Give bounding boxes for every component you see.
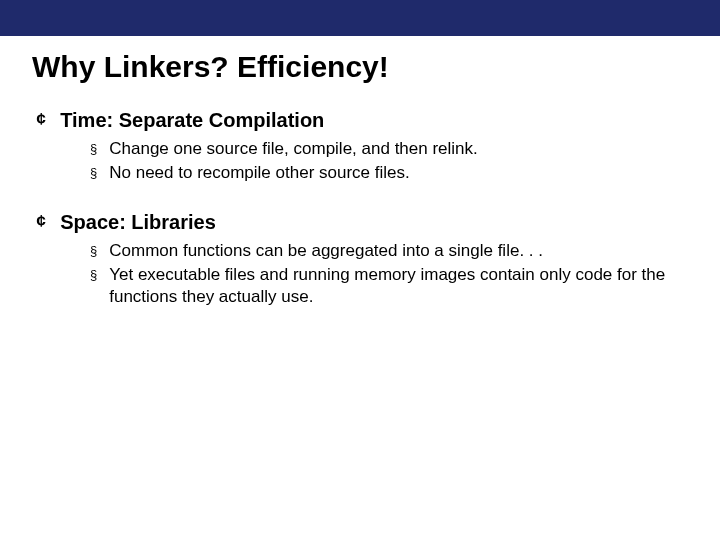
list-item: § No need to recompile other source file… — [90, 162, 688, 184]
square-bullet-icon: § — [90, 162, 97, 184]
item-heading: Space: Libraries — [60, 210, 216, 234]
sub-list: § Change one source file, compile, and t… — [32, 138, 688, 184]
list-item: § Common functions can be aggregated int… — [90, 240, 688, 262]
item-heading: Time: Separate Compilation — [60, 108, 324, 132]
square-bullet-icon: § — [90, 240, 97, 262]
sub-list: § Common functions can be aggregated int… — [32, 240, 688, 308]
list-item: ¢ Space: Libraries — [32, 210, 688, 234]
sub-item-text: Change one source file, compile, and the… — [109, 138, 478, 160]
slide-title: Why Linkers? Efficiency! — [32, 50, 688, 84]
circle-bullet-icon: ¢ — [36, 108, 46, 132]
list-item: § Change one source file, compile, and t… — [90, 138, 688, 160]
square-bullet-icon: § — [90, 138, 97, 160]
header-bar — [0, 0, 720, 36]
list-item: ¢ Time: Separate Compilation — [32, 108, 688, 132]
slide-content: Why Linkers? Efficiency! ¢ Time: Separat… — [0, 36, 720, 308]
square-bullet-icon: § — [90, 264, 97, 286]
sub-item-text: No need to recompile other source files. — [109, 162, 410, 184]
list-item: § Yet executable files and running memor… — [90, 264, 688, 308]
circle-bullet-icon: ¢ — [36, 210, 46, 234]
sub-item-text: Common functions can be aggregated into … — [109, 240, 543, 262]
sub-item-text: Yet executable files and running memory … — [109, 264, 669, 308]
